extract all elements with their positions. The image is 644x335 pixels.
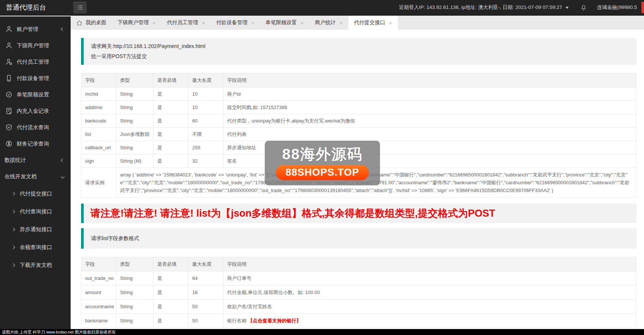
cell-maxlen: 不限: [189, 128, 223, 141]
col-header-maxlen: 最大长度: [189, 257, 223, 271]
sidebar-item-label: 数据统计: [4, 157, 26, 164]
cell-type: String: [116, 314, 154, 328]
table-row: mchid String 是 10 商户id: [81, 87, 637, 101]
cell-maxlen: 10: [189, 87, 223, 101]
chevron-right-icon: [12, 245, 15, 249]
tab-sub-merchant-management[interactable]: 下级商户管理 ×: [112, 16, 161, 30]
request-example-label: 请求实例: [81, 168, 116, 198]
sidebar-item-label: 下级商户管理: [17, 42, 49, 49]
sidebar-item-label: 在线开发文档: [4, 173, 37, 180]
chevron-down-icon: [61, 175, 65, 178]
document-icon: [5, 107, 13, 115]
cell-description: 代付列表: [223, 128, 637, 141]
table-row: addtime String 是 10 提交时间戳,如: 1571527388: [81, 101, 637, 114]
warning-banner: 请注意!请注意! 请注意! list为【json多维数组】格式,其余得都是数组类…: [81, 204, 637, 223]
cell-field: addtime: [81, 101, 116, 114]
cell-type: String: [116, 285, 154, 300]
cell-maxlen: 16: [189, 285, 223, 300]
sidebar-item-finance-records-query[interactable]: 财务记录查询: [0, 135, 71, 152]
table-header-row: 字段 类型 是否必填 最大长度 字段说明: [81, 73, 637, 87]
cell-field: list: [81, 128, 116, 141]
sidebar-item-account-management[interactable]: 账户管理: [0, 21, 71, 37]
sidebar-subitem-balance-query-api[interactable]: 余额查询接口: [0, 238, 71, 256]
merchant-account-label[interactable]: 连城金融(99980.5: [597, 4, 637, 11]
footer-copyright-bar: 该图片由 上传至 科学刀 www.kxdao.net 图片版权归原创者所有: [0, 329, 644, 335]
chevron-left-icon: [61, 158, 65, 162]
col-header-required: 是否必填: [154, 257, 189, 271]
cell-maxlen: 64: [189, 271, 223, 285]
sidebar: 账户管理 下级商户管理 代付员工管理 付款设备管理 单笔限额设置 内充入金记录 …: [0, 16, 71, 329]
chevron-left-icon: [61, 27, 65, 31]
cell-maxlen: 255: [189, 141, 223, 154]
cell-required: 是: [154, 141, 189, 154]
login-info: 近期登入IP: 143.92.61.136, ip地址: 澳大利亚-, 日期: …: [399, 4, 562, 11]
tab-close-icon[interactable]: ×: [339, 20, 343, 26]
sidebar-toggle-button[interactable]: [73, 1, 87, 13]
list-format-note-box: 请求list字段参数格式: [81, 228, 637, 249]
notifications-button[interactable]: [580, 4, 587, 11]
sidebar-item-sub-merchant-management[interactable]: 下级商户管理: [0, 37, 71, 54]
cell-required: 是: [154, 285, 189, 300]
col-header-type: 类型: [116, 257, 154, 271]
example-line: 武平支行","province":"北京","city":"北京","mobil…: [120, 186, 632, 194]
tab-close-icon[interactable]: ×: [202, 20, 205, 26]
col-header-required: 是否必填: [154, 73, 189, 87]
watermark-title: 88海外源码: [282, 146, 363, 162]
sidebar-item-payment-device-management[interactable]: 付款设备管理: [0, 70, 71, 86]
tab-payout-submit-api[interactable]: 代付提交接口 ×: [348, 16, 398, 30]
sidebar-subitem-payout-query-api[interactable]: 代付查询接口: [0, 202, 71, 220]
cell-description: 商户订单号: [223, 271, 637, 285]
sidebar-item-online-dev-docs[interactable]: 在线开发文档: [0, 168, 71, 185]
gateway-url-line: 请求网关:http://10.168.1.202/Payment_index.h…: [91, 41, 629, 51]
col-header-description: 字段说明: [223, 257, 637, 271]
gateway-note-box: 请求网关:http://10.168.1.202/Payment_index.h…: [81, 38, 637, 65]
sidebar-subitem-async-notify-api[interactable]: 异步通知接口: [0, 220, 71, 238]
logout-button-cut[interactable]: [641, 2, 644, 13]
sidebar-item-label: 账户管理: [17, 26, 38, 33]
topbar: 普通代理后台 近期登入IP: 143.92.61.136, ip地址: 澳大利亚…: [0, 0, 644, 16]
watermark-overlay: 88海外源码 88SHOPS.TOP: [265, 141, 380, 185]
cell-maxlen: 50: [189, 314, 223, 328]
tab-label: 单笔限额设置: [265, 19, 297, 26]
tab-label: 付款设备管理: [216, 19, 248, 26]
col-header-type: 类型: [116, 73, 154, 87]
tab-my-desktop[interactable]: 我的桌面: [71, 16, 112, 30]
tab-close-icon[interactable]: ×: [251, 20, 255, 26]
cell-field: out_trade_no: [81, 271, 116, 285]
chevron-down-icon[interactable]: [566, 7, 569, 10]
sidebar-subitem-payout-submit-api[interactable]: 代付提交接口: [0, 185, 71, 202]
sidebar-item-data-statistics[interactable]: 数据统计: [0, 152, 71, 168]
user-icon: [5, 42, 13, 49]
chevron-right-icon: [12, 210, 15, 213]
app-title: 普通代理后台: [0, 3, 71, 12]
chevron-right-icon: [12, 263, 15, 267]
sidebar-item-label: 代付流水查询: [17, 124, 49, 131]
table-header-row: 字段 类型 是否必填 最大长度 字段说明: [81, 257, 637, 271]
cell-maxlen: 60: [189, 114, 223, 128]
table-row: accountname String 是 50 收款户名/支付宝姓名: [81, 300, 637, 314]
cell-maxlen: 32: [189, 154, 223, 168]
table-row: list Json多维数组 是 不限 代付列表: [81, 128, 637, 141]
cell-type: String: [116, 300, 154, 314]
table-row: out_trade_no String 是 64 商户订单号: [81, 271, 637, 285]
tab-single-limit-settings[interactable]: 单笔限额设置 ×: [260, 16, 309, 30]
sidebar-item-payout-flow-query[interactable]: 代付流水查询: [0, 119, 71, 135]
tab-payout-staff-management[interactable]: 代付员工管理 ×: [161, 16, 211, 30]
tab-close-icon[interactable]: ×: [152, 20, 156, 26]
supported-banks-link[interactable]: 【点击查看支持的银行】: [248, 318, 301, 323]
user-badge-icon: [5, 58, 13, 66]
sidebar-item-deposit-records[interactable]: 内充入金记录: [0, 103, 71, 119]
chevron-right-icon: [12, 227, 15, 231]
tab-close-icon[interactable]: ×: [389, 20, 392, 26]
tab-close-icon[interactable]: ×: [300, 20, 304, 26]
sidebar-subitem-label: 异步通知接口: [20, 226, 52, 233]
sidebar-item-payout-staff-management[interactable]: 代付员工管理: [0, 54, 71, 70]
sidebar-item-single-limit-settings[interactable]: 单笔限额设置: [0, 86, 71, 103]
col-header-maxlen: 最大长度: [189, 73, 223, 87]
sidebar-subitem-download-dev-docs[interactable]: 下载开发文档: [0, 256, 71, 274]
sidebar-subitem-label: 余额查询接口: [20, 244, 52, 251]
table-row: amount String 是 16 代付金额,单位元,保留两位小数。如: 10…: [81, 285, 637, 300]
tab-payment-device-management[interactable]: 付款设备管理 ×: [211, 16, 260, 30]
tab-merchant-statistics[interactable]: 商户统计 ×: [309, 16, 348, 30]
sidebar-item-label: 单笔限额设置: [17, 91, 49, 98]
